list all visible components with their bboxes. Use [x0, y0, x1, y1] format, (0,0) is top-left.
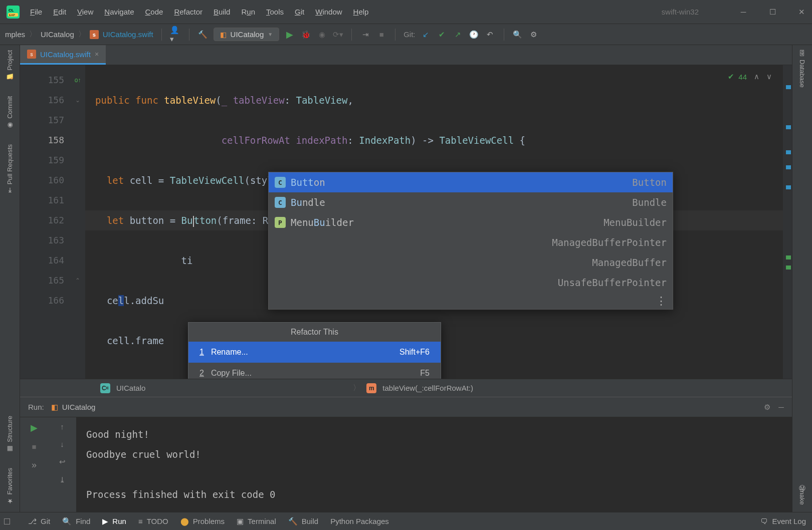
completion-item[interactable]: ManagedBuffer	[269, 252, 673, 273]
run-button[interactable]: ▶	[284, 29, 295, 40]
scroll-icon[interactable]: ⤓	[59, 475, 66, 484]
menu-item-copy-file[interactable]: 2 Copy File... F5	[188, 363, 441, 379]
svg-text:CL: CL	[9, 8, 14, 13]
menu-tools[interactable]: Tools	[266, 8, 284, 16]
menu-navigate[interactable]: Navigate	[104, 8, 134, 16]
settings-icon[interactable]: ⚙	[764, 403, 770, 412]
run-config-display[interactable]: ◧ UICatalog	[51, 403, 96, 412]
menu-help[interactable]: Help	[353, 8, 369, 16]
completion-item[interactable]: C Button Button	[269, 172, 673, 192]
menu-run[interactable]: Run	[241, 8, 255, 16]
menu-git[interactable]: Git	[295, 8, 304, 16]
more-icon[interactable]: ⋮	[269, 293, 673, 309]
completion-item[interactable]: C Bundle Bundle	[269, 192, 673, 212]
breadcrumb-item[interactable]: UICatalog.swift	[103, 30, 153, 39]
stop-button[interactable]: ■	[32, 442, 36, 451]
toolbar: mples 〉 UICatalog 〉 s UICatalog.swift 👤▾…	[0, 24, 812, 45]
fold-icon[interactable]: ⌃	[70, 271, 85, 291]
menu-window[interactable]: Window	[315, 8, 342, 16]
cube-icon: ◧	[220, 31, 227, 39]
tool-make[interactable]: Ⓜ make	[798, 479, 807, 505]
status-terminal[interactable]: ▣Terminal	[237, 517, 276, 526]
minimize-icon[interactable]: ─	[778, 403, 784, 412]
chevron-down-icon[interactable]: ∨	[766, 72, 772, 81]
fold-gutter: o↑ ⌄ ⌃	[70, 65, 85, 379]
hammer-icon[interactable]: 🔨	[197, 29, 209, 40]
rerun-button[interactable]: ▶	[31, 422, 38, 433]
status-problems[interactable]: ⬤Problems	[180, 517, 225, 526]
git-commit-icon[interactable]: ✔	[437, 29, 448, 40]
fold-icon[interactable]: ⌄	[70, 90, 85, 110]
status-event-log[interactable]: 🗨Event Log	[760, 517, 806, 525]
status-indicator-icon[interactable]	[4, 518, 10, 524]
override-icon[interactable]: o↑	[70, 70, 85, 90]
inspections-widget[interactable]: 44 ∧ ∨	[728, 72, 772, 81]
completion-item[interactable]: ManagedBufferPointer	[269, 232, 673, 252]
project-name: swift-win32	[662, 8, 699, 16]
user-dropdown-icon[interactable]: 👤▾	[170, 29, 181, 40]
debug-button[interactable]: 🐞	[300, 29, 311, 40]
crumb-item[interactable]: UICatalo	[116, 384, 145, 392]
marker-bar[interactable]	[783, 65, 792, 379]
minimize-button[interactable]: ─	[739, 8, 748, 17]
tool-project[interactable]: 📁 Project	[6, 50, 14, 81]
menu-edit[interactable]: Edit	[53, 8, 66, 16]
rollback-icon[interactable]: ↶	[485, 29, 496, 40]
menu-file[interactable]: File	[30, 8, 42, 16]
run-config-name: UICatalog	[231, 30, 264, 39]
editor-tabs: s UICatalog.swift ×	[20, 45, 792, 65]
status-run[interactable]: ▶Run	[102, 517, 126, 526]
swift-file-icon: s	[90, 30, 99, 39]
check-icon	[728, 72, 735, 81]
profile-button[interactable]: ⟳▾	[332, 29, 343, 40]
menu-build[interactable]: Build	[214, 8, 230, 16]
settings-icon[interactable]: ⚙	[528, 29, 539, 40]
completion-item[interactable]: UnsafeBufferPointer	[269, 273, 673, 293]
close-button[interactable]: ✕	[797, 8, 806, 17]
maximize-button[interactable]: ☐	[768, 8, 777, 17]
exit-button[interactable]: »	[32, 460, 37, 470]
git-push-icon[interactable]: ↗	[453, 29, 464, 40]
hammer-icon: 🔨	[288, 517, 298, 526]
status-todo[interactable]: ≡TODO	[138, 517, 168, 525]
breadcrumb-item[interactable]: mples	[5, 30, 25, 39]
chevron-up-icon[interactable]: ∧	[754, 72, 759, 81]
history-icon[interactable]: 🕐	[469, 29, 480, 40]
down-icon[interactable]: ↓	[60, 440, 64, 448]
menu-refactor[interactable]: Refactor	[174, 8, 202, 16]
status-python-packages[interactable]: Python Packages	[330, 517, 389, 525]
run-output[interactable]: Good night! Goodbye cruel world! Process…	[76, 417, 792, 512]
git-pull-icon[interactable]: ↙	[421, 29, 432, 40]
menu-code[interactable]: Code	[145, 8, 163, 16]
line-gutter: 155156157 158159160 161162163 164165166	[20, 65, 70, 379]
code-editor[interactable]: 155156157 158159160 161162163 164165166 …	[20, 65, 792, 379]
menu-view[interactable]: View	[77, 8, 93, 16]
tool-pull-requests[interactable]: ⇤ Pull Requests	[6, 144, 14, 193]
run-output-bar: ↑ ↓ ↩ ⤓	[48, 417, 76, 512]
coverage-button[interactable]: ◉	[316, 29, 327, 40]
editor-tab[interactable]: s UICatalog.swift ×	[20, 45, 106, 65]
tool-structure[interactable]: ▦ Structure	[6, 416, 14, 453]
menu-item-rename[interactable]: 1 Rename... Shift+F6	[188, 342, 441, 363]
tool-database[interactable]: 🗄 Database	[798, 50, 806, 88]
stop-button[interactable]: ■	[376, 29, 387, 40]
breadcrumb-item[interactable]: UICatalog	[41, 30, 74, 39]
close-icon[interactable]: ×	[95, 50, 99, 58]
attach-button[interactable]: ⇥	[360, 29, 371, 40]
ide-logo-icon: CLEAP	[6, 5, 20, 19]
navigation-crumbs: CE UICatalo 〉 m tableView(_:cellForRowAt…	[20, 379, 792, 397]
list-icon: ≡	[138, 517, 143, 525]
status-build[interactable]: 🔨Build	[288, 517, 318, 526]
tool-favorites[interactable]: ★ Favorites	[6, 468, 14, 505]
soft-wrap-icon[interactable]: ↩	[59, 457, 66, 466]
up-icon[interactable]: ↑	[60, 422, 64, 431]
status-git[interactable]: ⎇Git	[28, 517, 50, 526]
tool-commit[interactable]: ◉ Commit	[6, 96, 14, 129]
protocol-badge-icon: P	[275, 217, 286, 228]
swift-file-icon: s	[27, 50, 36, 59]
search-icon[interactable]: 🔍	[512, 29, 523, 40]
completion-item[interactable]: P MenuBuilder MenuBuilder	[269, 212, 673, 232]
crumb-item[interactable]: tableView(_:cellForRowAt:)	[382, 384, 473, 392]
run-config-selector[interactable]: ◧ UICatalog ▼	[214, 28, 280, 41]
status-find[interactable]: 🔍Find	[62, 517, 90, 526]
